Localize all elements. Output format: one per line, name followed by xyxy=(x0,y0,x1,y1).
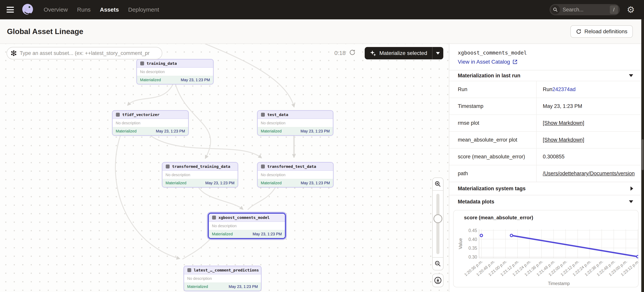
svg-text:0.45: 0.45 xyxy=(468,228,477,233)
section-metadata-plots[interactable]: Metadata plots xyxy=(449,195,641,208)
materialization-timestamp[interactable]: May 23, 1:23 PM xyxy=(300,129,330,133)
asset-node-description: No description xyxy=(112,119,188,127)
status-badge: Materialized xyxy=(116,129,136,133)
zoom-slider-handle[interactable] xyxy=(434,214,442,223)
scrollbar-thumb[interactable] xyxy=(642,139,644,170)
section-materialization-last-run[interactable]: Materialization in last run xyxy=(449,70,641,81)
nav-link-assets[interactable]: Assets xyxy=(100,7,119,13)
asset-node-footer: MaterializedMay 23, 1:23 PM xyxy=(258,179,333,187)
svg-text:Value: Value xyxy=(458,238,463,249)
reload-definitions-button[interactable]: Reload definitions xyxy=(570,25,633,38)
chevron-right-icon xyxy=(630,186,633,191)
asset-node-header: test_data xyxy=(258,111,333,119)
value-link[interactable]: [Show Markdown] xyxy=(543,137,584,143)
page-title: Global Asset Lineage xyxy=(7,27,83,36)
status-badge: Materialized xyxy=(187,284,208,289)
svg-text:score (mean_absolute_error): score (mean_absolute_error) xyxy=(464,215,533,220)
status-badge: Materialized xyxy=(212,232,233,236)
search-shortcut-badge: / xyxy=(610,6,618,14)
asset-node-xgboost_comments_model[interactable]: xgboost_comments_modelNo descriptionMate… xyxy=(208,213,286,239)
materialization-timestamp[interactable]: May 23, 1:23 PM xyxy=(181,78,210,82)
asset-node-footer: MaterializedMay 23, 1:23 PM xyxy=(162,179,238,187)
search-icon xyxy=(551,5,560,14)
asset-node-name: latest_…_comment_predictions xyxy=(194,268,259,272)
run-id-link[interactable]: 242374ad xyxy=(552,86,576,92)
menu-icon[interactable] xyxy=(6,7,14,13)
materialization-timestamp[interactable]: May 23, 1:23 PM xyxy=(229,284,258,289)
materialize-button-group: Materialize selected xyxy=(365,47,443,59)
refresh-icon[interactable] xyxy=(349,49,356,57)
asset-node-header: training_data xyxy=(137,60,213,68)
asset-node-footer: MaterializedMay 23, 1:23 PM xyxy=(112,127,188,135)
view-in-asset-catalog-link[interactable]: View in Asset Catalog xyxy=(458,59,518,65)
table-row-score-mean-absolute-error-: score (mean_absolute_error)0.300855 xyxy=(449,148,641,165)
nav-link-overview[interactable]: Overview xyxy=(44,7,68,13)
asset-node-footer: MaterializedMay 23, 1:23 PM xyxy=(209,230,285,238)
zoom-slider[interactable] xyxy=(433,191,443,257)
materialize-selected-button[interactable]: Materialize selected xyxy=(365,47,432,59)
section-materialization-system-tags[interactable]: Materialization system tags xyxy=(449,182,641,195)
asset-node-latest_comment_predictions[interactable]: latest_…_comment_predictionsNo descripti… xyxy=(184,266,262,291)
main-area: training_dataNo descriptionMaterializedM… xyxy=(0,44,644,292)
chevron-down-icon xyxy=(436,52,440,55)
asset-node-name: test_data xyxy=(267,112,288,117)
zoom-in-button[interactable] xyxy=(433,178,443,191)
search-input[interactable] xyxy=(563,7,610,13)
asset-node-training_data[interactable]: training_dataNo descriptionMaterializedM… xyxy=(136,59,214,85)
row-value: Run 242374ad xyxy=(536,81,641,98)
row-label: path xyxy=(449,165,536,182)
asset-node-name: tfidf_vectorizer xyxy=(122,112,160,117)
value-link[interactable]: /Users/odetteharary/Documents/version xyxy=(543,171,635,177)
asset-node-description: No description xyxy=(258,171,333,179)
asset-node-footer: MaterializedMay 23, 1:23 PM xyxy=(184,282,261,291)
materialization-timestamp[interactable]: May 23, 1:23 PM xyxy=(156,129,185,133)
asset-node-transformed_training_data[interactable]: transformed_training_dataNo descriptionM… xyxy=(162,162,238,188)
svg-text:0.35: 0.35 xyxy=(468,246,477,251)
zoom-control xyxy=(432,177,444,270)
value-text: May 23, 1:23 PM xyxy=(543,103,582,109)
section-label: Materialization system tags xyxy=(458,186,526,192)
asset-node-transformed_test_data[interactable]: transformed_test_dataNo descriptionMater… xyxy=(257,162,334,188)
asset-subset-input[interactable] xyxy=(20,50,158,56)
materialization-timestamp[interactable]: May 23, 1:23 PM xyxy=(205,181,234,185)
dagster-logo-icon[interactable] xyxy=(21,3,34,16)
asset-nodes-layer: training_dataNo descriptionMaterializedM… xyxy=(0,44,449,292)
table-row-run: RunRun 242374ad xyxy=(449,81,641,98)
section-label: Metadata plots xyxy=(458,199,494,205)
status-badge: Materialized xyxy=(261,181,282,185)
asset-node-header: transformed_test_data xyxy=(258,163,333,171)
asset-node-description: No description xyxy=(162,171,238,179)
asset-node-header: transformed_training_data xyxy=(162,163,238,171)
status-badge: Materialized xyxy=(140,78,161,82)
gear-icon[interactable]: ⚙ xyxy=(627,5,635,14)
table-icon xyxy=(116,113,120,117)
asset-lineage-graph[interactable]: training_dataNo descriptionMaterializedM… xyxy=(0,44,449,292)
asset-subset-filter[interactable] xyxy=(6,47,162,59)
materialization-timestamp[interactable]: May 23, 1:23 PM xyxy=(301,181,330,185)
asset-node-header: tfidf_vectorizer xyxy=(112,111,188,119)
materialization-timestamp[interactable]: May 23, 1:23 PM xyxy=(253,232,282,236)
nav-link-runs[interactable]: Runs xyxy=(77,7,90,13)
asset-node-header: xgboost_comments_model xyxy=(209,214,285,222)
row-label: rmse plot xyxy=(449,115,536,131)
svg-text:Timestamp: Timestamp xyxy=(548,281,570,286)
asset-node-name: transformed_test_data xyxy=(267,164,316,169)
materialize-dropdown-button[interactable] xyxy=(432,47,443,59)
row-label: mean_absolute_error plot xyxy=(449,132,536,148)
nav-link-deployment[interactable]: Deployment xyxy=(128,7,159,13)
run-prefix: Run xyxy=(543,86,552,92)
status-badge: Materialized xyxy=(166,181,186,185)
top-nav-bar: Overview Runs Assets Deployment / ⚙ xyxy=(0,0,644,19)
value-link[interactable]: [Show Markdown] xyxy=(543,120,584,126)
row-label: score (mean_absolute_error) xyxy=(449,149,536,165)
asset-node-tfidf_vectorizer[interactable]: tfidf_vectorizerNo descriptionMaterializ… xyxy=(112,110,189,136)
download-image-button[interactable] xyxy=(432,274,444,287)
external-link-icon xyxy=(512,59,518,65)
table-icon xyxy=(261,113,265,117)
asset-node-description: No description xyxy=(137,68,213,76)
asset-node-name: xgboost_comments_model xyxy=(218,215,270,220)
asset-node-test_data[interactable]: test_dataNo descriptionMaterializedMay 2… xyxy=(257,110,334,136)
zoom-out-button[interactable] xyxy=(433,257,443,270)
right-scrollbar-strip[interactable] xyxy=(641,19,644,292)
global-search[interactable]: / xyxy=(550,4,620,15)
